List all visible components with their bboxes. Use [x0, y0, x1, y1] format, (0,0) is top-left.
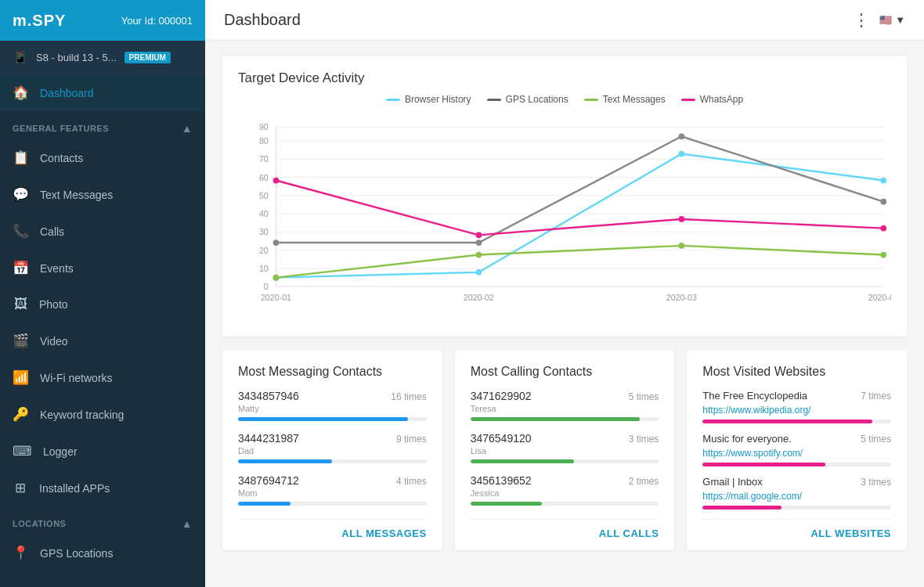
svg-text:30: 30	[259, 227, 269, 236]
sidebar-item-installed-apps[interactable]: ⊞ Installed APPs	[0, 470, 205, 506]
collapse-locations-icon[interactable]: ▲	[182, 517, 193, 530]
sidebar: m.SPY Your Id: 000001 📱 S8 - build 13 - …	[0, 0, 205, 587]
calling-number-1: 3476549120	[471, 432, 532, 445]
svg-text:2020-02: 2020-02	[464, 293, 494, 302]
sidebar-header: m.SPY Your Id: 000001	[0, 0, 205, 41]
svg-point-28	[678, 151, 684, 157]
device-name: S8 - build 13 - 5...	[36, 52, 117, 63]
legend-gps: GPS Locations	[487, 94, 568, 105]
activity-chart-card: Target Device Activity Browser History G…	[222, 56, 907, 337]
android-icon: 📱	[13, 50, 28, 65]
website-url-1[interactable]: https://www.spotify.com/	[702, 448, 891, 459]
websites-card-title: Most Visited Websites	[702, 365, 891, 379]
logger-icon: ⌨	[13, 443, 32, 459]
sidebar-item-video[interactable]: 🎬 Video	[0, 322, 205, 359]
legend-label-whatsapp: WhatsApp	[700, 94, 743, 105]
calling-number-0: 3471629902	[471, 390, 532, 402]
progress-bar-1	[238, 459, 332, 463]
topbar-right: ⋮ 🇺🇸 ▼	[853, 10, 905, 31]
sidebar-item-keyword[interactable]: 🔑 Keyword tracking	[0, 396, 205, 433]
contacts-icon: 📋	[13, 149, 29, 166]
sidebar-item-photo[interactable]: 🖼 Photo	[0, 286, 205, 322]
progress-bar-0	[238, 417, 408, 421]
calling-wrap-1	[471, 459, 659, 463]
svg-point-30	[273, 239, 280, 246]
section-locations-label: LOCATIONS	[13, 519, 66, 528]
svg-text:60: 60	[259, 173, 269, 182]
svg-point-37	[880, 252, 886, 258]
more-options-icon[interactable]: ⋮	[853, 10, 870, 31]
sidebar-item-gps[interactable]: 📍 GPS Locations	[0, 535, 205, 571]
sidebar-item-events[interactable]: 📅 Events	[0, 250, 205, 286]
sidebar-label-logger: Logger	[43, 445, 78, 458]
sidebar-item-dashboard[interactable]: 🏠 Dashboard	[0, 74, 205, 111]
line-chart: 0 10 20 30 40 50 60 70 80 90 2020-01 202…	[238, 113, 891, 324]
language-button[interactable]: 🇺🇸 ▼	[879, 14, 905, 26]
svg-point-33	[880, 199, 886, 205]
premium-badge: PREMIUM	[125, 52, 171, 63]
svg-text:20: 20	[259, 246, 269, 255]
website-url-2[interactable]: https://mail.google.com/	[702, 491, 891, 502]
calling-card: Most Calling Contacts 3471629902 5 times…	[455, 351, 675, 550]
all-messages-link[interactable]: ALL MESSAGES	[238, 519, 427, 539]
chart-container: 0 10 20 30 40 50 60 70 80 90 2020-01 202…	[238, 113, 891, 327]
wifi-icon: 📶	[13, 369, 29, 386]
sidebar-label-contacts: Contacts	[40, 152, 83, 164]
user-id: Your Id: 000001	[121, 15, 193, 27]
sidebar-item-contacts[interactable]: 📋 Contacts	[0, 139, 205, 176]
website-times-2: 3 times	[861, 477, 891, 488]
calling-times-1: 3 times	[629, 434, 659, 445]
calling-bar-2	[471, 502, 542, 506]
legend-label-browser: Browser History	[405, 94, 471, 105]
website-item-0: The Free Encyclopedia 7 times https://ww…	[702, 390, 891, 423]
legend-dot-browser	[386, 99, 400, 101]
messaging-card-title: Most Messaging Contacts	[238, 365, 427, 379]
calling-name-2: Jessica	[471, 488, 659, 498]
brand-logo: m.SPY	[13, 12, 66, 30]
topbar: Dashboard ⋮ 🇺🇸 ▼	[205, 0, 924, 41]
calling-bar-0	[471, 417, 641, 421]
svg-text:0: 0	[264, 282, 269, 291]
contact-name-1: Dad	[238, 446, 427, 456]
messaging-contact-2: 3487694712 4 times Mom	[238, 474, 427, 506]
calling-contact-1: 3476549120 3 times Lisa	[471, 432, 659, 463]
all-websites-link[interactable]: ALL WEBSITES	[702, 519, 891, 539]
sidebar-label-dashboard: Dashboard	[40, 87, 94, 99]
legend-dot-whatsapp	[681, 99, 695, 101]
legend-whatsapp: WhatsApp	[681, 94, 743, 105]
sidebar-item-text-messages[interactable]: 💬 Text Messages	[0, 176, 205, 213]
main-area: Dashboard ⋮ 🇺🇸 ▼ Target Device Activity …	[205, 0, 924, 587]
website-wrap-1	[702, 463, 891, 466]
sidebar-item-wifi[interactable]: 📶 Wi-Fi networks	[0, 359, 205, 396]
progress-bar-2	[238, 502, 291, 506]
messaging-contact-0: 3434857946 16 times Matty	[238, 390, 427, 421]
website-item-2: Gmail | Inbox 3 times https://mail.googl…	[702, 476, 891, 510]
website-url-0[interactable]: https://www.wikipedia.org/	[702, 405, 891, 416]
svg-text:10: 10	[259, 264, 269, 273]
contact-name-0: Matty	[238, 404, 427, 413]
website-title-0: The Free Encyclopedia	[702, 390, 807, 402]
contact-number-1: 3444231987	[238, 432, 299, 445]
contact-times-0: 16 times	[391, 391, 426, 402]
legend-browser: Browser History	[386, 94, 471, 105]
svg-text:40: 40	[259, 209, 269, 218]
photo-icon: 🖼	[13, 297, 28, 312]
svg-text:50: 50	[259, 191, 269, 200]
calling-wrap-2	[471, 502, 659, 506]
svg-text:80: 80	[259, 136, 269, 146]
sidebar-label-gps: GPS Locations	[40, 547, 113, 560]
legend-text: Text Messages	[584, 94, 666, 105]
sidebar-label-events: Events	[40, 262, 74, 275]
calling-name-0: Teresa	[471, 404, 659, 413]
collapse-icon[interactable]: ▲	[182, 122, 193, 135]
sidebar-label-photo: Photo	[39, 298, 68, 311]
messages-icon: 💬	[13, 186, 29, 203]
sidebar-label-wifi: Wi-Fi networks	[40, 372, 113, 384]
website-times-1: 5 times	[861, 434, 891, 445]
sidebar-item-calls[interactable]: 📞 Calls	[0, 213, 205, 250]
contact-number-0: 3434857946	[238, 390, 299, 402]
sidebar-label-video: Video	[40, 335, 68, 348]
svg-text:2020-04: 2020-04	[868, 293, 891, 302]
sidebar-item-logger[interactable]: ⌨ Logger	[0, 433, 205, 470]
all-calls-link[interactable]: ALL CALLS	[471, 519, 659, 539]
